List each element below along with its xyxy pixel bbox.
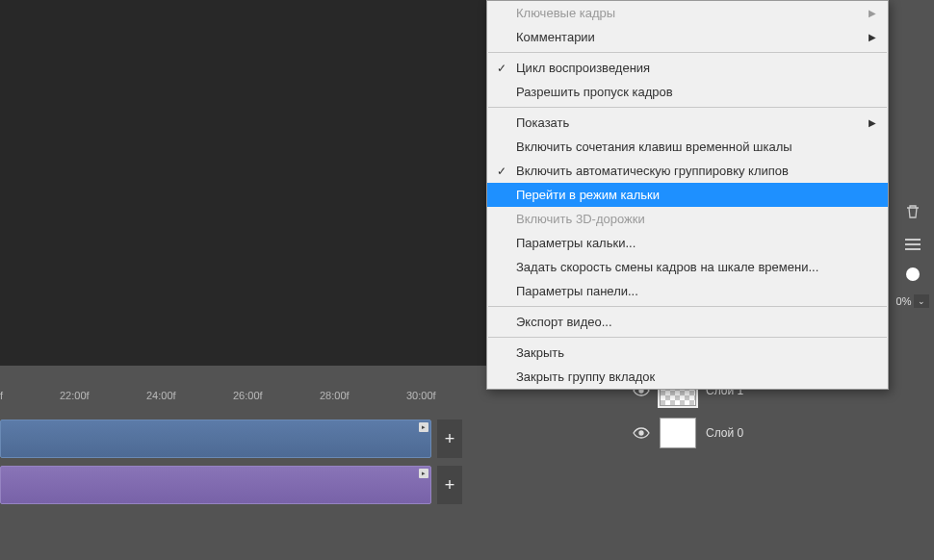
menu-item-label: Параметры панели...: [516, 284, 638, 298]
menu-item-label: Включить 3D-дорожки: [516, 212, 645, 226]
layer-row[interactable]: Слой 0: [633, 412, 902, 454]
menu-item[interactable]: ✓Включить автоматическую группировку кли…: [487, 159, 888, 183]
color-indicator-icon[interactable]: [906, 267, 920, 281]
menu-item-label: Задать скорость смены кадров на шкале вр…: [516, 260, 818, 274]
menu-item[interactable]: Перейти в режим кальки: [487, 183, 888, 207]
video-clip[interactable]: ▸: [0, 420, 431, 458]
svg-rect-1: [905, 243, 921, 245]
menu-item: Ключевые кадры▶: [487, 1, 888, 25]
submenu-arrow-icon: ▶: [869, 117, 876, 128]
menu-item-label: Ключевые кадры: [516, 6, 615, 20]
menu-item-label: Параметры кальки...: [516, 236, 636, 250]
menu-item-label: Показать: [516, 115, 569, 130]
plus-icon: +: [445, 429, 455, 449]
trash-icon[interactable]: [903, 202, 922, 221]
ruler-tick: 30:00f: [406, 390, 436, 401]
ruler-tick: f: [0, 390, 3, 401]
menu-item-label: Включить автоматическую группировку клип…: [516, 164, 789, 178]
opacity-value[interactable]: 0% ⌄: [896, 294, 930, 308]
check-icon: ✓: [497, 165, 506, 178]
clip-end-marker-icon[interactable]: ▸: [419, 422, 428, 432]
svg-rect-0: [905, 239, 921, 241]
menu-item[interactable]: Разрешить пропуск кадров: [487, 80, 888, 104]
menu-separator: [488, 107, 887, 108]
menu-item-label: Экспорт видео...: [516, 315, 612, 329]
menu-item-label: Комментарии: [516, 30, 595, 44]
viewport: [0, 0, 486, 366]
menu-item[interactable]: Закрыть: [487, 341, 888, 365]
menu-item[interactable]: Параметры кальки...: [487, 231, 888, 255]
ruler-tick: 24:00f: [146, 390, 176, 401]
submenu-arrow-icon: ▶: [869, 32, 876, 42]
percent-label: 0%: [896, 295, 912, 307]
menu-item[interactable]: Закрыть группу вкладок: [487, 365, 888, 389]
ruler-tick: 22:00f: [60, 390, 90, 401]
menu-item-label: Разрешить пропуск кадров: [516, 85, 673, 99]
context-menu: Ключевые кадры▶Комментарии▶✓Цикл воспрои…: [486, 0, 889, 390]
chevron-down-icon[interactable]: ⌄: [914, 294, 929, 308]
menu-separator: [488, 52, 887, 53]
svg-point-4: [639, 431, 643, 435]
ruler-tick: 28:00f: [320, 390, 350, 401]
menu-item-label: Перейти в режим кальки: [516, 188, 660, 202]
visibility-toggle-icon[interactable]: [633, 424, 650, 442]
check-icon: ✓: [497, 62, 506, 75]
right-toolbar: 0% ⌄: [892, 202, 934, 308]
ruler-tick: 26:00f: [233, 390, 263, 401]
menu-item[interactable]: Параметры панели...: [487, 279, 888, 303]
layer-name[interactable]: Слой 0: [706, 426, 743, 440]
menu-item-label: Цикл воспроизведения: [516, 61, 650, 75]
menu-item-label: Включить сочетания клавиш временной шкал…: [516, 140, 792, 154]
menu-item-label: Закрыть группу вкладок: [516, 369, 655, 384]
svg-rect-2: [905, 248, 921, 250]
video-clip[interactable]: ▸: [0, 466, 431, 504]
menu-separator: [488, 337, 887, 338]
menu-icon[interactable]: [903, 235, 922, 254]
menu-item[interactable]: Задать скорость смены кадров на шкале вр…: [487, 255, 888, 279]
add-clip-button[interactable]: +: [437, 420, 462, 458]
layer-thumbnail[interactable]: [660, 418, 696, 448]
menu-item[interactable]: Комментарии▶: [487, 25, 888, 49]
clip-end-marker-icon[interactable]: ▸: [419, 469, 428, 478]
menu-item-label: Закрыть: [516, 345, 564, 360]
menu-separator: [488, 306, 887, 307]
plus-icon: +: [445, 475, 455, 496]
submenu-arrow-icon: ▶: [869, 8, 876, 18]
menu-item[interactable]: Показать▶: [487, 111, 888, 135]
menu-item[interactable]: Экспорт видео...: [487, 310, 888, 334]
menu-item[interactable]: Включить сочетания клавиш временной шкал…: [487, 135, 888, 159]
add-clip-button[interactable]: +: [437, 466, 462, 504]
menu-item[interactable]: ✓Цикл воспроизведения: [487, 56, 888, 80]
menu-item: Включить 3D-дорожки: [487, 207, 888, 231]
